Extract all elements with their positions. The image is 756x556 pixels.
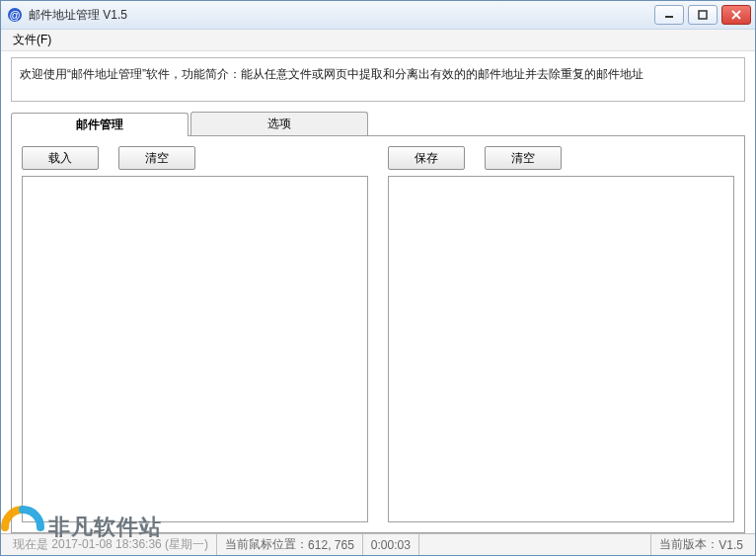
save-button[interactable]: 保存 xyxy=(388,146,465,170)
tab-email-manage[interactable]: 邮件管理 xyxy=(11,113,189,136)
status-mouse: 当前鼠标位置： 612, 765 xyxy=(217,534,363,555)
titlebar[interactable]: @ 邮件地址管理 V1.5 xyxy=(1,0,755,30)
left-pane: 载入 清空 xyxy=(22,146,368,522)
status-version-value: V1.5 xyxy=(718,538,743,552)
statusbar: 现在是 2017-01-08 18:36:36 (星期一) 当前鼠标位置： 61… xyxy=(1,533,755,555)
app-window: @ 邮件地址管理 V1.5 文件(F) 欢迎使用“邮件地址管理”软件，功能简介：… xyxy=(0,0,756,556)
status-datetime: 现在是 2017-01-08 18:36:36 (星期一) xyxy=(5,534,217,555)
right-button-row: 保存 清空 xyxy=(388,146,734,170)
status-spacer xyxy=(419,534,651,555)
clear-right-button[interactable]: 清空 xyxy=(485,146,562,170)
app-icon: @ xyxy=(7,7,23,23)
window-controls xyxy=(654,5,751,25)
right-listbox[interactable] xyxy=(388,176,734,522)
svg-text:@: @ xyxy=(9,9,20,21)
menu-file[interactable]: 文件(F) xyxy=(5,30,59,50)
close-button[interactable] xyxy=(721,5,751,25)
svg-rect-3 xyxy=(699,11,707,19)
left-button-row: 载入 清空 xyxy=(22,146,368,170)
tab-options[interactable]: 选项 xyxy=(190,112,368,135)
load-button[interactable]: 载入 xyxy=(22,146,99,170)
status-mouse-value: 612, 765 xyxy=(308,538,354,552)
minimize-button[interactable] xyxy=(654,5,684,25)
status-mouse-label: 当前鼠标位置： xyxy=(225,536,308,553)
client-area: 欢迎使用“邮件地址管理”软件，功能简介：能从任意文件或网页中提取和分离出有效的的… xyxy=(1,51,755,533)
welcome-text: 欢迎使用“邮件地址管理”软件，功能简介：能从任意文件或网页中提取和分离出有效的的… xyxy=(11,57,745,102)
tabs-area: 邮件管理 选项 载入 清空 保存 清空 xyxy=(11,112,745,533)
clear-left-button[interactable]: 清空 xyxy=(118,146,195,170)
left-listbox[interactable] xyxy=(22,176,368,522)
status-version-label: 当前版本： xyxy=(659,536,718,553)
maximize-button[interactable] xyxy=(688,5,718,25)
right-pane: 保存 清空 xyxy=(388,146,734,522)
tab-panel-manage: 载入 清空 保存 清空 xyxy=(11,135,745,533)
status-datetime-value: 2017-01-08 18:36:36 (星期一) xyxy=(51,536,208,553)
tab-strip: 邮件管理 选项 xyxy=(11,112,745,135)
menubar: 文件(F) xyxy=(1,30,755,51)
window-title: 邮件地址管理 V1.5 xyxy=(29,7,654,24)
status-version: 当前版本： V1.5 xyxy=(651,534,751,555)
status-elapsed: 0:00:03 xyxy=(363,534,419,555)
status-now-label: 现在是 xyxy=(13,536,48,553)
